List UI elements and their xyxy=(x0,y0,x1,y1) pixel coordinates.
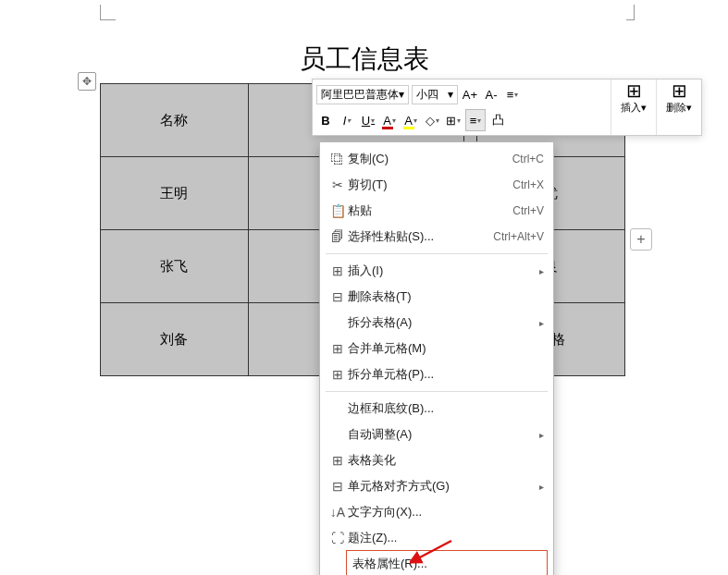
cell-format-button[interactable]: 凸 xyxy=(488,110,507,130)
font-name-label: 阿里巴巴普惠体 xyxy=(321,87,399,103)
menu-item-label: 表格属性(R)... xyxy=(352,556,537,572)
submenu-arrow-icon: ▸ xyxy=(539,430,544,440)
decrease-font-button[interactable]: A- xyxy=(482,84,500,104)
menu-item-label: 合并单元格(M) xyxy=(348,340,544,357)
italic-button[interactable]: I▾ xyxy=(338,110,356,130)
table-delete-button[interactable]: ⊞ 删除▾ xyxy=(660,81,697,115)
menu-item-shortcut: Ctrl+V xyxy=(512,204,544,217)
submenu-arrow-icon: ▸ xyxy=(539,266,544,276)
menu-item[interactable]: ✂剪切(T)Ctrl+X xyxy=(320,172,553,198)
menu-item-icon: ⊞ xyxy=(327,341,348,356)
menu-item-label: 边框和底纹(B)... xyxy=(348,400,544,417)
table-insert-button[interactable]: ⊞ 插入▾ xyxy=(615,81,652,115)
menu-item[interactable]: ⊟删除表格(T) xyxy=(320,284,553,310)
menu-item-icon: ⊞ xyxy=(327,367,348,382)
increase-font-button[interactable]: A+ xyxy=(461,84,479,104)
menu-item-icon: ⊞ xyxy=(327,453,348,468)
menu-item-label: 表格美化 xyxy=(348,452,544,469)
table-cell[interactable]: 刘备 xyxy=(101,303,249,376)
highlight-color-button[interactable]: A▾ xyxy=(401,110,420,130)
font-color-button[interactable]: A▾ xyxy=(380,110,399,130)
menu-item-shortcut: Ctrl+X xyxy=(512,178,544,191)
line-spacing-button[interactable]: ≡▾ xyxy=(503,84,522,104)
menu-item[interactable]: 表格属性(R)... xyxy=(346,550,548,575)
menu-item-label: 选择性粘贴(S)... xyxy=(348,228,493,245)
menu-item-label: 题注(Z)... xyxy=(348,530,544,546)
font-name-select[interactable]: 阿里巴巴普惠体▾ xyxy=(316,85,409,104)
menu-separator xyxy=(326,391,548,392)
delete-label: 删除 xyxy=(666,102,686,113)
menu-item-shortcut: Ctrl+Alt+V xyxy=(493,230,544,243)
table-cell[interactable]: 名称 xyxy=(101,84,249,157)
fill-color-button[interactable]: ◇▾ xyxy=(423,110,441,130)
menu-item[interactable]: 🗐选择性粘贴(S)...Ctrl+Alt+V xyxy=(320,224,553,250)
menu-item-icon: ↓A xyxy=(327,505,348,520)
menu-item-icon: ⛶ xyxy=(327,531,348,545)
menu-item-icon: ✂ xyxy=(327,177,348,192)
menu-item[interactable]: ⊞插入(I)▸ xyxy=(320,258,553,284)
menu-item-label: 复制(C) xyxy=(348,151,512,167)
menu-item-label: 拆分单元格(P)... xyxy=(348,366,544,383)
menu-item-icon: 📋 xyxy=(327,203,348,218)
menu-item-label: 拆分表格(A) xyxy=(348,314,539,331)
align-button[interactable]: ≡▾ xyxy=(465,109,486,131)
menu-item-label: 粘贴 xyxy=(348,202,512,219)
underline-button[interactable]: U▾ xyxy=(359,110,377,130)
table-cell[interactable]: 张飞 xyxy=(101,230,249,303)
menu-item-icon: ⊟ xyxy=(327,479,348,494)
menu-item[interactable]: ↓A文字方向(X)... xyxy=(320,499,553,525)
font-size-select[interactable]: 小四▾ xyxy=(412,85,458,104)
menu-item-icon: ⊞ xyxy=(327,263,348,278)
border-button[interactable]: ⊞▾ xyxy=(444,110,463,130)
menu-item[interactable]: 拆分表格(A)▸ xyxy=(320,310,553,336)
menu-item[interactable]: 自动调整(A)▸ xyxy=(320,422,553,447)
menu-item-label: 文字方向(X)... xyxy=(348,504,544,520)
delete-table-icon: ⊞ xyxy=(672,81,687,100)
insert-label: 插入 xyxy=(621,102,641,113)
document-title: 员工信息表 xyxy=(0,42,728,77)
menu-item-label: 删除表格(T) xyxy=(348,288,544,305)
menu-item[interactable]: ⿻复制(C)Ctrl+C xyxy=(320,146,553,172)
bold-button[interactable]: B xyxy=(316,110,335,130)
menu-item[interactable]: ⛶题注(Z)... xyxy=(320,525,553,551)
table-move-handle[interactable]: ✥ xyxy=(78,72,96,91)
submenu-arrow-icon: ▸ xyxy=(539,318,544,328)
menu-item[interactable]: ⊞拆分单元格(P)... xyxy=(320,361,553,387)
menu-item[interactable]: ⊟单元格对齐方式(G)▸ xyxy=(320,473,553,499)
table-context-menu: ⿻复制(C)Ctrl+C✂剪切(T)Ctrl+X📋粘贴Ctrl+V🗐选择性粘贴(… xyxy=(319,141,554,575)
menu-item-icon: 🗐 xyxy=(327,229,348,244)
menu-item-label: 剪切(T) xyxy=(348,177,512,193)
font-size-label: 小四 xyxy=(416,87,438,103)
table-cell[interactable]: 王明 xyxy=(101,157,249,230)
menu-item-label: 单元格对齐方式(G) xyxy=(348,478,539,495)
menu-item-icon: ⊟ xyxy=(327,289,348,304)
menu-item[interactable]: ⊞表格美化 xyxy=(320,447,553,473)
add-column-button[interactable]: + xyxy=(630,228,652,251)
menu-item-label: 自动调整(A) xyxy=(348,426,539,443)
floating-toolbar: 阿里巴巴普惠体▾ 小四▾ A+ A- ≡▾ B I▾ U▾ A▾ A▾ ◇▾ ⊞… xyxy=(312,79,702,136)
menu-item[interactable]: 📋粘贴Ctrl+V xyxy=(320,198,553,224)
menu-item-icon: ⿻ xyxy=(327,152,348,166)
menu-item-shortcut: Ctrl+C xyxy=(512,153,544,165)
menu-item[interactable]: 边框和底纹(B)... xyxy=(320,396,553,422)
insert-table-icon: ⊞ xyxy=(626,81,642,100)
menu-item[interactable]: ⊞合并单元格(M) xyxy=(320,336,553,361)
submenu-arrow-icon: ▸ xyxy=(539,482,544,492)
menu-separator xyxy=(326,253,548,254)
menu-item-label: 插入(I) xyxy=(348,263,539,279)
